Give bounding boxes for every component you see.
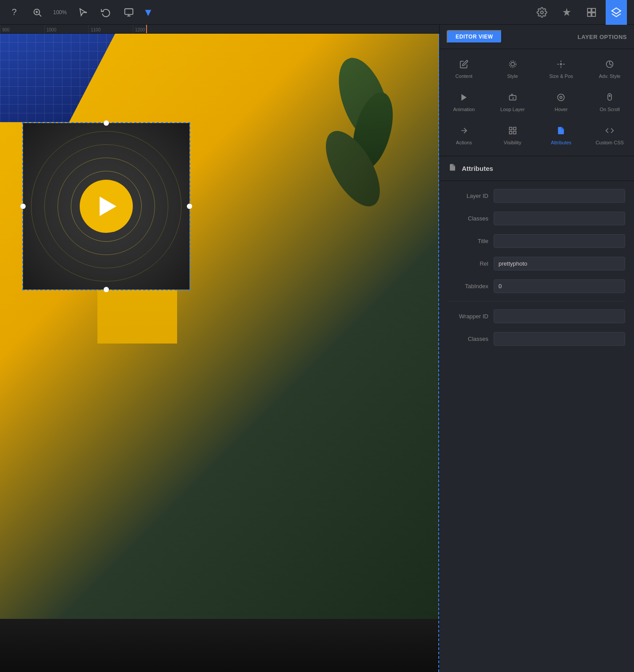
tab-loop-layer[interactable]: Loop Layer [489, 87, 536, 118]
tab-content[interactable]: Content [441, 54, 487, 85]
tabindex-label: TabIndex [448, 283, 488, 290]
svg-rect-10 [588, 8, 591, 12]
rel-row: Rel [440, 252, 634, 275]
zoom-level: 100% [53, 9, 67, 15]
actions-icon [460, 126, 468, 137]
attributes-header-icon [448, 163, 456, 174]
tab-size-pos[interactable]: Size & Pos [538, 54, 585, 85]
svg-rect-31 [509, 131, 512, 134]
canvas-right-border [438, 34, 439, 672]
tab-style[interactable]: Style [489, 54, 536, 85]
undo-icon[interactable] [99, 5, 113, 19]
video-player [23, 123, 189, 290]
solar-panel [0, 34, 115, 122]
wrapper-id-label: Wrapper ID [448, 313, 488, 320]
svg-rect-32 [513, 131, 516, 134]
content-icon [460, 60, 468, 71]
custom-css-icon [605, 126, 614, 137]
settings-icon[interactable] [531, 0, 553, 25]
resize-handle-bottom[interactable] [104, 287, 109, 292]
furniture [0, 619, 439, 672]
animation-icon [460, 93, 468, 104]
resize-handle-top[interactable] [104, 120, 109, 126]
layer-id-input[interactable] [494, 189, 625, 203]
play-triangle-icon [100, 197, 116, 216]
layer-id-label: Layer ID [448, 193, 488, 199]
attributes-title: Attributes [462, 165, 493, 172]
rel-input[interactable] [494, 257, 625, 270]
svg-rect-30 [513, 127, 516, 130]
title-row: Title [440, 230, 634, 252]
toolbar-right-icons [531, 0, 627, 25]
view-toggle: EDITOR VIEW LAYER OPTIONS [440, 25, 634, 49]
title-label: Title [448, 238, 488, 244]
tab-adv-style-label: Adv. Style [599, 73, 621, 79]
canvas-area: 900 1000 1100 1200 [0, 25, 439, 672]
zoom-tool-icon[interactable] [30, 5, 44, 19]
svg-point-9 [541, 11, 543, 14]
form-divider [448, 301, 625, 301]
tab-content-label: Content [456, 73, 473, 79]
classes-label: Classes [448, 215, 488, 222]
selected-element[interactable] [22, 122, 190, 290]
ruler-marker [146, 25, 147, 33]
on-scroll-icon [605, 93, 614, 104]
sparkle-icon[interactable] [556, 0, 577, 25]
tab-attributes[interactable]: Attributes [538, 120, 585, 151]
tab-animation[interactable]: Animation [441, 87, 487, 118]
tab-visibility[interactable]: Visibility [489, 120, 536, 151]
svg-point-15 [510, 62, 514, 66]
tab-adv-style[interactable]: Adv. Style [586, 54, 633, 85]
svg-point-28 [609, 95, 611, 97]
ruler-tick: 1200 [133, 25, 177, 33]
help-icon[interactable]: ? [7, 5, 21, 19]
tab-style-label: Style [507, 73, 518, 79]
svg-point-26 [560, 97, 562, 99]
visibility-icon [508, 126, 517, 137]
svg-point-25 [558, 94, 564, 101]
ruler-tick: 1100 [89, 25, 133, 33]
tab-custom-css[interactable]: Custom CSS [586, 120, 633, 151]
layer-options-label: LAYER OPTIONS [578, 34, 627, 40]
wrapper-id-row: Wrapper ID [440, 305, 634, 328]
style-icon [508, 60, 517, 71]
icon-grid: Content Style Size & Pos [440, 49, 634, 156]
tab-actions-label: Actions [456, 140, 472, 145]
wrapper-classes-row: Classes [440, 328, 634, 350]
tab-size-pos-label: Size & Pos [549, 73, 573, 79]
tab-actions[interactable]: Actions [441, 120, 487, 151]
tab-on-scroll[interactable]: On Scroll [586, 87, 633, 118]
svg-point-16 [509, 61, 516, 68]
canvas-content [0, 34, 439, 672]
play-button[interactable] [80, 180, 133, 233]
title-input[interactable] [494, 234, 625, 248]
tab-animation-label: Animation [453, 107, 475, 112]
svg-rect-11 [592, 8, 595, 12]
attributes-form: Layer ID Classes Title Rel TabIndex [440, 181, 634, 354]
tab-on-scroll-label: On Scroll [600, 107, 620, 112]
select-tool-icon[interactable] [76, 5, 90, 19]
toolbar: ? 100% ▼ [0, 0, 634, 25]
wrapper-classes-input[interactable] [494, 332, 625, 346]
wrapper-id-input[interactable] [494, 309, 625, 323]
size-pos-icon [557, 60, 565, 71]
layers-icon[interactable] [606, 0, 627, 25]
hover-icon [557, 93, 565, 104]
svg-line-1 [39, 14, 41, 16]
svg-marker-14 [612, 8, 621, 14]
svg-rect-27 [608, 94, 611, 100]
loop-layer-icon [508, 93, 517, 104]
layer-id-row: Layer ID [440, 185, 634, 207]
classes-input[interactable] [494, 212, 625, 225]
adv-style-icon [605, 60, 614, 71]
main-layout: 900 1000 1100 1200 [0, 25, 634, 672]
tabindex-input[interactable] [494, 279, 625, 293]
resize-handle-right[interactable] [187, 204, 192, 209]
image-gallery-icon[interactable] [581, 0, 602, 25]
attributes-header: Attributes [440, 156, 634, 181]
monitor-icon[interactable] [122, 5, 136, 19]
tab-hover[interactable]: Hover [538, 87, 585, 118]
resize-handle-left[interactable] [20, 204, 26, 209]
editor-view-button[interactable]: EDITOR VIEW [447, 30, 502, 43]
classes-row: Classes [440, 207, 634, 230]
